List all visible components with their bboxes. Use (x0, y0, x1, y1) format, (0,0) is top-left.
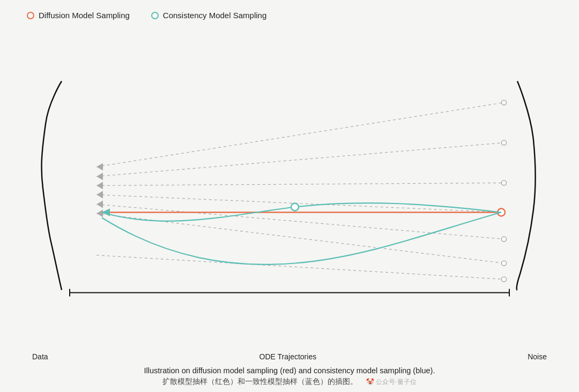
noise-point-5 (502, 261, 507, 266)
ode-trajectory-1 (96, 103, 504, 167)
ode-trajectory-7 (96, 255, 504, 280)
arrow-1 (96, 163, 103, 171)
caption-chinese-text: 扩散模型抽样（红色）和一致性模型抽样（蓝色）的插图。 (162, 377, 358, 386)
diffusion-legend-label: Diffusion Model Sampling (39, 11, 130, 20)
ode-trajectory-5 (96, 205, 504, 239)
ode-label: ODE Trajectories (259, 352, 317, 361)
diffusion-legend-icon (27, 12, 34, 19)
consistency-arrow-upper (102, 209, 110, 216)
data-label: Data (32, 352, 48, 361)
consistency-upper-segment2 (102, 207, 295, 221)
noise-point-4 (502, 237, 507, 242)
arrow-3 (96, 182, 103, 190)
watermark-text: 🤡 公众号·量子位 (366, 378, 417, 386)
legend: Diffusion Model Sampling Consistency Mod… (27, 11, 266, 20)
left-distribution-curve (42, 81, 62, 290)
noise-point-1 (502, 100, 507, 105)
consistency-midpoint (291, 203, 299, 211)
noise-point-3 (502, 180, 507, 185)
arrow-6 (96, 210, 103, 217)
ode-trajectory-2 (96, 143, 504, 177)
consistency-legend-label: Consistency Model Sampling (163, 11, 266, 20)
arrow-4 (96, 191, 103, 199)
caption-chinese: 扩散模型抽样（红色）和一致性模型抽样（蓝色）的插图。 🤡 公众号·量子位 (16, 377, 563, 387)
consistency-legend-icon (151, 12, 159, 19)
arrow-5 (96, 201, 103, 208)
noise-point-6 (502, 277, 507, 282)
caption-area: Illustration on diffusion model sampling… (16, 366, 563, 387)
chart-area (16, 25, 563, 351)
noise-label: Noise (528, 352, 547, 361)
consistency-lower-curve (102, 213, 501, 265)
axis-labels: Data ODE Trajectories Noise (16, 352, 563, 361)
legend-item-consistency: Consistency Model Sampling (151, 11, 266, 20)
caption-english: Illustration on diffusion model sampling… (16, 366, 563, 375)
right-distribution-curve (517, 81, 536, 290)
main-svg (16, 25, 563, 351)
ode-trajectory-3 (96, 183, 504, 186)
arrow-2 (96, 173, 103, 180)
legend-item-diffusion: Diffusion Model Sampling (27, 11, 130, 20)
noise-point-2 (502, 140, 507, 145)
